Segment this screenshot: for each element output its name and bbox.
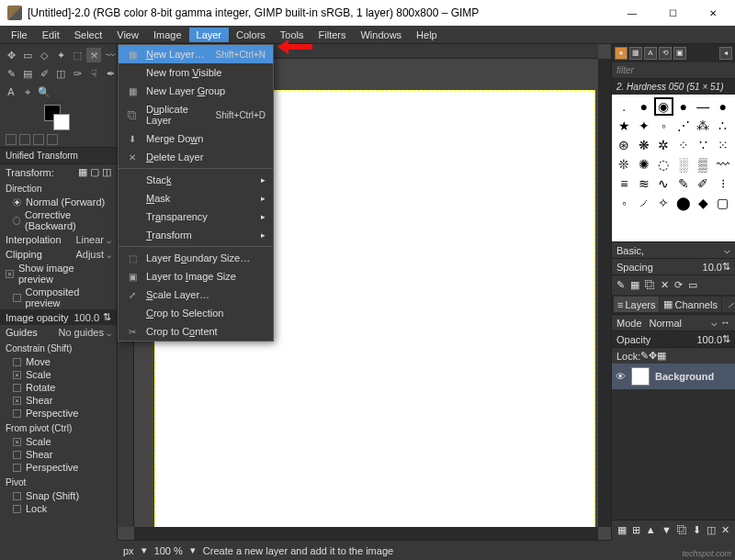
brush-item[interactable]: ● xyxy=(714,97,733,116)
tool-color-picker-icon[interactable]: ⌖ xyxy=(20,84,35,99)
tool-eraser-icon[interactable]: ◫ xyxy=(53,66,68,81)
brush-item[interactable]: ⊛ xyxy=(615,136,634,154)
tool-rect-select-icon[interactable]: ▭ xyxy=(20,48,35,62)
brush-item[interactable]: — xyxy=(694,97,713,116)
merge-layer-icon[interactable]: ⬇ xyxy=(693,524,701,536)
close-button[interactable]: ✕ xyxy=(693,0,733,26)
tool-fuzzy-select-icon[interactable]: ✦ xyxy=(53,48,68,62)
menu-item-new-layer-[interactable]: ▦New Layer…Shift+Ctrl+N xyxy=(119,45,273,63)
edit-brush-icon[interactable]: ✎ xyxy=(616,279,625,291)
clipping-row[interactable]: ClippingAdjust xyxy=(0,247,117,262)
brush-item[interactable]: ✧ xyxy=(654,194,673,212)
tab-channels[interactable]: ▦Channels xyxy=(660,297,720,312)
layer-item-background[interactable]: 👁 Background xyxy=(612,364,735,389)
brush-item[interactable]: ⁙ xyxy=(714,136,733,154)
layer-mode-row[interactable]: ModeNormal⌵ ↔ xyxy=(612,314,735,330)
raise-layer-icon[interactable]: ▲ xyxy=(646,524,656,536)
brush-spacing-row[interactable]: Spacing10.0⇅ xyxy=(612,258,735,274)
menu-filters[interactable]: Filters xyxy=(311,28,354,42)
menu-select[interactable]: Select xyxy=(67,28,110,42)
refresh-brush-icon[interactable]: ⟳ xyxy=(674,279,683,291)
brush-item[interactable]: ⋰ xyxy=(674,117,694,135)
tool-path-icon[interactable]: ✒ xyxy=(103,66,118,81)
brush-item[interactable]: ∵ xyxy=(694,136,713,154)
status-zoom[interactable]: 100 % xyxy=(154,545,183,556)
guides-row[interactable]: GuidesNo guides xyxy=(0,325,117,340)
dock-tab-image[interactable]: ▣ xyxy=(673,47,686,60)
menu-layer[interactable]: Layer xyxy=(189,28,230,42)
lock-pixels-icon[interactable]: ✎ xyxy=(640,350,649,362)
stepper-icon[interactable]: ⇅ xyxy=(722,333,730,345)
brush-item[interactable]: ❊ xyxy=(615,155,634,174)
scrollbar-horizontal[interactable] xyxy=(134,527,598,540)
brush-item[interactable]: ★ xyxy=(615,117,634,135)
pivot-snap[interactable]: Snap (Shift) xyxy=(0,489,117,502)
brush-item[interactable]: ≋ xyxy=(635,174,654,193)
opt-tab-1[interactable] xyxy=(6,134,17,145)
opt-tab-4[interactable] xyxy=(47,134,58,145)
scrollbar-vertical[interactable] xyxy=(598,59,611,527)
brush-item[interactable]: ✺ xyxy=(635,155,654,174)
brush-item[interactable]: ∿ xyxy=(654,174,673,193)
mask-layer-icon[interactable]: ◫ xyxy=(707,524,716,536)
menu-item-transparency[interactable]: Transparency▸ xyxy=(119,207,273,226)
composited-check[interactable]: Composited preview xyxy=(0,286,117,309)
tool-text-icon[interactable]: A xyxy=(4,84,18,99)
menu-item-stack[interactable]: Stack▸ xyxy=(119,171,273,189)
show-preview-check[interactable]: Show image preview xyxy=(0,262,117,286)
stepper-icon[interactable]: ⇅ xyxy=(103,311,111,323)
layer-thumbnail[interactable] xyxy=(631,367,650,386)
tab-layers[interactable]: ≡Layers xyxy=(614,297,659,312)
pivot-scale[interactable]: Scale xyxy=(0,435,117,448)
brush-item[interactable]: 〰 xyxy=(714,155,733,174)
tool-crop-icon[interactable]: ⬚ xyxy=(70,48,85,62)
minimize-button[interactable]: — xyxy=(612,0,652,26)
brush-item[interactable]: ✎ xyxy=(674,174,694,193)
constrain-perspective[interactable]: Perspective xyxy=(0,407,117,420)
brush-item[interactable]: ◆ xyxy=(694,194,713,212)
tool-clone-icon[interactable]: ✑ xyxy=(70,66,85,81)
dock-menu-icon[interactable]: ◂ xyxy=(719,47,732,60)
brush-item[interactable]: ⬤ xyxy=(674,194,694,212)
brush-item[interactable]: ◌ xyxy=(654,155,673,174)
new-group-icon[interactable]: ⊞ xyxy=(632,524,640,536)
menu-image[interactable]: Image xyxy=(146,28,189,42)
brush-item[interactable]: ❋ xyxy=(635,136,654,154)
tab-paths[interactable]: ⟋Paths xyxy=(722,297,735,312)
brush-item[interactable]: ◉ xyxy=(654,97,673,116)
opt-tab-2[interactable] xyxy=(19,134,30,145)
stepper-icon[interactable]: ⇅ xyxy=(722,261,730,273)
constrain-move[interactable]: Move xyxy=(0,355,117,368)
tool-smudge-icon[interactable]: ☟ xyxy=(86,66,101,81)
transform-target-icon[interactable]: ▦ ▢ ◫ xyxy=(78,166,111,178)
status-unit[interactable]: px xyxy=(123,545,134,556)
dock-tab-font[interactable]: A xyxy=(644,47,657,60)
constrain-shear[interactable]: Shear xyxy=(0,394,117,407)
tool-unified-transform-icon[interactable]: ⤧ xyxy=(86,48,101,62)
brush-item[interactable]: ◦ xyxy=(615,194,634,212)
brush-item[interactable]: ● xyxy=(674,97,694,116)
tool-bucket-icon[interactable]: ✎ xyxy=(4,66,18,81)
brush-item[interactable]: ▢ xyxy=(714,194,733,212)
constrain-rotate[interactable]: Rotate xyxy=(0,381,117,394)
tool-gradient-icon[interactable]: ▤ xyxy=(20,66,35,81)
delete-brush-icon[interactable]: ✕ xyxy=(661,279,669,291)
menu-item-transform[interactable]: Transform▸ xyxy=(119,226,273,244)
menu-help[interactable]: Help xyxy=(409,28,445,42)
brush-item[interactable]: ▒ xyxy=(694,155,713,174)
menu-item-layer-boundary-size-[interactable]: ⬚Layer Boundary Size… xyxy=(119,249,273,267)
brush-item[interactable]: ● xyxy=(635,97,654,116)
lock-position-icon[interactable]: ✥ xyxy=(649,350,657,362)
menu-item-duplicate-layer[interactable]: ⿻Duplicate LayerShift+Ctrl+D xyxy=(119,100,273,129)
brush-item[interactable]: ≡ xyxy=(615,174,634,193)
image-opacity-row[interactable]: Image opacity100.0⇅ xyxy=(0,309,117,325)
brush-item[interactable]: ◦ xyxy=(654,117,673,135)
direction-normal[interactable]: Normal (Forward) xyxy=(0,196,117,208)
brush-filter[interactable]: filter xyxy=(612,62,735,79)
duplicate-brush-icon[interactable]: ⿻ xyxy=(645,279,655,291)
opt-tab-3[interactable] xyxy=(33,134,44,145)
brush-item[interactable]: ✦ xyxy=(635,117,654,135)
pivot-shear[interactable]: Shear xyxy=(0,448,117,461)
new-layer-icon[interactable]: ▦ xyxy=(617,524,627,536)
tool-move-icon[interactable]: ✥ xyxy=(4,48,18,62)
